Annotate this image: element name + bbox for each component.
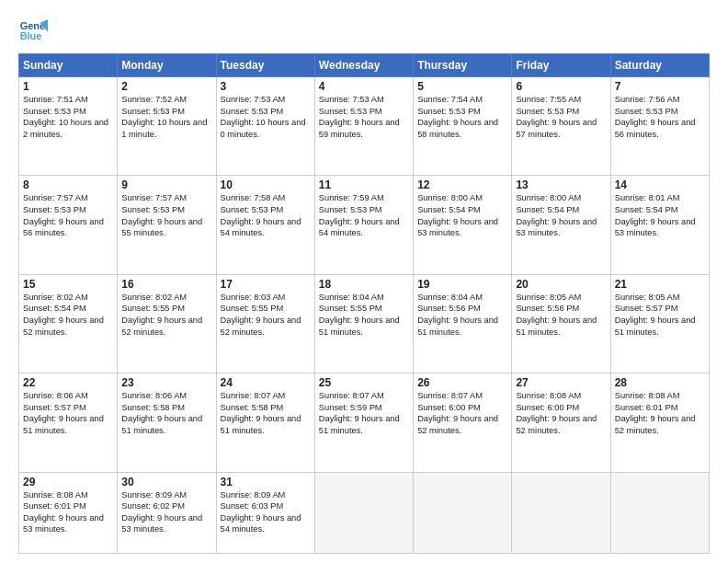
day-number: 1: [23, 80, 113, 93]
day-info: Sunrise: 8:08 AMSunset: 6:00 PMDaylight:…: [516, 390, 606, 436]
weekday-header: Thursday: [414, 54, 512, 77]
day-number: 27: [516, 376, 606, 389]
day-info: Sunrise: 7:59 AMSunset: 5:53 PMDaylight:…: [319, 192, 409, 238]
day-info: Sunrise: 8:00 AMSunset: 5:54 PMDaylight:…: [516, 192, 606, 238]
calendar-cell: 20Sunrise: 8:05 AMSunset: 5:56 PMDayligh…: [512, 274, 610, 373]
day-number: 7: [615, 80, 705, 93]
calendar-cell: 21Sunrise: 8:05 AMSunset: 5:57 PMDayligh…: [610, 274, 709, 373]
header: General Blue: [18, 17, 710, 46]
day-number: 21: [615, 278, 705, 291]
day-info: Sunrise: 7:56 AMSunset: 5:53 PMDaylight:…: [615, 94, 705, 140]
calendar-week-row: 8Sunrise: 7:57 AMSunset: 5:53 PMDaylight…: [19, 176, 710, 274]
page: General Blue SundayMondayTuesdayWednesda…: [0, 0, 728, 563]
weekday-header: Saturday: [610, 54, 709, 77]
weekday-header: Friday: [512, 54, 610, 77]
calendar-cell: 6Sunrise: 7:55 AMSunset: 5:53 PMDaylight…: [512, 77, 610, 176]
day-number: 17: [221, 278, 311, 291]
calendar-week-row: 22Sunrise: 8:06 AMSunset: 5:57 PMDayligh…: [19, 373, 710, 472]
calendar-cell: 13Sunrise: 8:00 AMSunset: 5:54 PMDayligh…: [512, 176, 610, 274]
day-number: 16: [121, 278, 211, 291]
calendar-cell: [610, 472, 709, 553]
day-number: 22: [23, 376, 113, 389]
day-info: Sunrise: 7:58 AMSunset: 5:53 PMDaylight:…: [221, 192, 311, 238]
day-info: Sunrise: 7:51 AMSunset: 5:53 PMDaylight:…: [23, 94, 113, 140]
day-number: 14: [615, 178, 705, 191]
calendar-cell: 3Sunrise: 7:53 AMSunset: 5:53 PMDaylight…: [216, 77, 314, 176]
weekday-header: Wednesday: [314, 54, 413, 77]
day-number: 23: [121, 376, 211, 389]
weekday-header: Monday: [118, 54, 216, 77]
day-number: 8: [23, 178, 113, 191]
day-info: Sunrise: 8:04 AMSunset: 5:56 PMDaylight:…: [417, 292, 507, 338]
calendar-cell: 2Sunrise: 7:52 AMSunset: 5:53 PMDaylight…: [118, 77, 216, 176]
day-info: Sunrise: 8:07 AMSunset: 6:00 PMDaylight:…: [417, 390, 507, 436]
day-info: Sunrise: 8:06 AMSunset: 5:57 PMDaylight:…: [23, 390, 113, 436]
day-number: 12: [417, 178, 507, 191]
day-info: Sunrise: 8:07 AMSunset: 5:59 PMDaylight:…: [319, 390, 409, 436]
calendar-table: SundayMondayTuesdayWednesdayThursdayFrid…: [18, 53, 710, 554]
day-info: Sunrise: 8:05 AMSunset: 5:56 PMDaylight:…: [516, 292, 606, 338]
calendar-cell: 26Sunrise: 8:07 AMSunset: 6:00 PMDayligh…: [414, 373, 512, 472]
calendar-cell: 14Sunrise: 8:01 AMSunset: 5:54 PMDayligh…: [610, 176, 709, 274]
day-info: Sunrise: 7:57 AMSunset: 5:53 PMDaylight:…: [23, 192, 113, 238]
logo: General Blue: [18, 17, 48, 46]
day-info: Sunrise: 7:57 AMSunset: 5:53 PMDaylight:…: [121, 192, 211, 238]
calendar-cell: 23Sunrise: 8:06 AMSunset: 5:58 PMDayligh…: [118, 373, 216, 472]
calendar-cell: 7Sunrise: 7:56 AMSunset: 5:53 PMDaylight…: [610, 77, 709, 176]
calendar-cell: 10Sunrise: 7:58 AMSunset: 5:53 PMDayligh…: [216, 176, 314, 274]
day-info: Sunrise: 8:03 AMSunset: 5:55 PMDaylight:…: [221, 292, 311, 338]
day-info: Sunrise: 8:02 AMSunset: 5:54 PMDaylight:…: [23, 292, 113, 338]
svg-text:Blue: Blue: [20, 30, 42, 41]
day-info: Sunrise: 7:53 AMSunset: 5:53 PMDaylight:…: [319, 94, 409, 140]
day-number: 29: [23, 476, 113, 488]
weekday-header: Tuesday: [216, 54, 314, 77]
day-info: Sunrise: 8:07 AMSunset: 5:58 PMDaylight:…: [221, 390, 311, 436]
day-info: Sunrise: 8:06 AMSunset: 5:58 PMDaylight:…: [121, 390, 211, 436]
day-number: 4: [319, 80, 409, 93]
calendar-cell: 1Sunrise: 7:51 AMSunset: 5:53 PMDaylight…: [19, 77, 118, 176]
day-info: Sunrise: 8:02 AMSunset: 5:55 PMDaylight:…: [121, 292, 211, 338]
day-number: 13: [516, 178, 606, 191]
calendar-cell: 27Sunrise: 8:08 AMSunset: 6:00 PMDayligh…: [512, 373, 610, 472]
day-info: Sunrise: 8:05 AMSunset: 5:57 PMDaylight:…: [615, 292, 705, 338]
calendar-cell: 4Sunrise: 7:53 AMSunset: 5:53 PMDaylight…: [314, 77, 413, 176]
calendar-cell: 24Sunrise: 8:07 AMSunset: 5:58 PMDayligh…: [216, 373, 314, 472]
day-number: 3: [221, 80, 311, 93]
logo-icon: General Blue: [18, 17, 48, 46]
calendar-cell: 11Sunrise: 7:59 AMSunset: 5:53 PMDayligh…: [314, 176, 413, 274]
day-info: Sunrise: 8:09 AMSunset: 6:03 PMDaylight:…: [221, 489, 311, 535]
day-number: 18: [319, 278, 409, 291]
calendar-week-row: 29Sunrise: 8:08 AMSunset: 6:01 PMDayligh…: [19, 472, 710, 553]
calendar-cell: 15Sunrise: 8:02 AMSunset: 5:54 PMDayligh…: [19, 274, 118, 373]
calendar-cell: [512, 472, 610, 553]
day-number: 24: [221, 376, 311, 389]
day-number: 25: [319, 376, 409, 389]
day-info: Sunrise: 8:04 AMSunset: 5:55 PMDaylight:…: [319, 292, 409, 338]
day-number: 30: [121, 476, 211, 488]
weekday-header: Sunday: [19, 54, 118, 77]
day-info: Sunrise: 8:09 AMSunset: 6:02 PMDaylight:…: [121, 489, 211, 535]
calendar-cell: 19Sunrise: 8:04 AMSunset: 5:56 PMDayligh…: [414, 274, 512, 373]
calendar-cell: 31Sunrise: 8:09 AMSunset: 6:03 PMDayligh…: [216, 472, 314, 553]
calendar-cell: 28Sunrise: 8:08 AMSunset: 6:01 PMDayligh…: [610, 373, 709, 472]
day-number: 26: [417, 376, 507, 389]
day-info: Sunrise: 8:08 AMSunset: 6:01 PMDaylight:…: [23, 489, 113, 535]
calendar-cell: 22Sunrise: 8:06 AMSunset: 5:57 PMDayligh…: [19, 373, 118, 472]
day-number: 2: [121, 80, 211, 93]
calendar-header-row: SundayMondayTuesdayWednesdayThursdayFrid…: [19, 54, 710, 77]
calendar-cell: 8Sunrise: 7:57 AMSunset: 5:53 PMDaylight…: [19, 176, 118, 274]
day-number: 20: [516, 278, 606, 291]
calendar-week-row: 1Sunrise: 7:51 AMSunset: 5:53 PMDaylight…: [19, 77, 710, 176]
day-info: Sunrise: 7:52 AMSunset: 5:53 PMDaylight:…: [121, 94, 211, 140]
calendar-cell: 5Sunrise: 7:54 AMSunset: 5:53 PMDaylight…: [414, 77, 512, 176]
calendar-cell: 12Sunrise: 8:00 AMSunset: 5:54 PMDayligh…: [414, 176, 512, 274]
day-number: 28: [615, 376, 705, 389]
day-info: Sunrise: 7:54 AMSunset: 5:53 PMDaylight:…: [417, 94, 507, 140]
day-info: Sunrise: 8:08 AMSunset: 6:01 PMDaylight:…: [615, 390, 705, 436]
day-info: Sunrise: 8:00 AMSunset: 5:54 PMDaylight:…: [417, 192, 507, 238]
day-number: 10: [221, 178, 311, 191]
day-number: 9: [121, 178, 211, 191]
calendar-body: 1Sunrise: 7:51 AMSunset: 5:53 PMDaylight…: [19, 77, 710, 554]
day-number: 5: [417, 80, 507, 93]
day-info: Sunrise: 7:55 AMSunset: 5:53 PMDaylight:…: [516, 94, 606, 140]
